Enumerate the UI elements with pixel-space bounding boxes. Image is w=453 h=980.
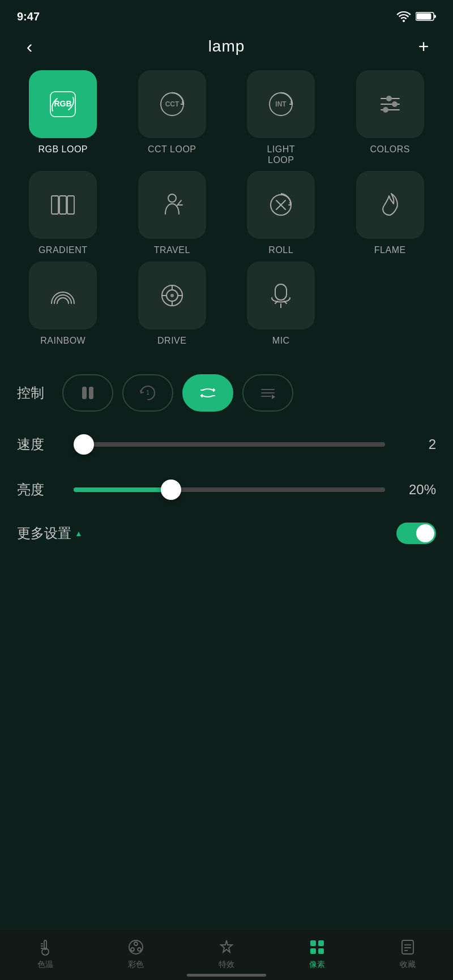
speed-value: 2 xyxy=(396,436,436,452)
colors-label: COLORS xyxy=(370,144,410,155)
color-palette-icon xyxy=(126,937,146,957)
status-bar: 9:47 xyxy=(0,0,453,28)
controls-label: 控制 xyxy=(17,384,62,402)
rainbow-icon xyxy=(46,279,80,313)
roll-icon-bg xyxy=(247,171,315,239)
more-settings-toggle[interactable] xyxy=(396,523,436,544)
svg-rect-48 xyxy=(402,940,413,954)
back-button[interactable]: ‹ xyxy=(17,34,42,59)
svg-point-42 xyxy=(131,948,134,951)
svg-point-25 xyxy=(170,294,174,297)
gradient-icon-bg xyxy=(29,171,97,239)
speed-label: 速度 xyxy=(17,435,62,453)
color-temp-icon xyxy=(35,937,55,957)
loop-one-icon: 1 xyxy=(138,383,157,403)
more-settings-label[interactable]: 更多设置 ▲ xyxy=(17,524,83,542)
pause-button[interactable] xyxy=(62,374,113,412)
svg-rect-16 xyxy=(67,196,74,214)
svg-point-17 xyxy=(168,194,176,202)
main-content: ‹ lamp + RGB RGB LOOP CCT xyxy=(0,28,453,612)
speed-track xyxy=(74,442,385,447)
mode-item-gradient[interactable]: GRADIENT xyxy=(11,171,115,255)
svg-point-13 xyxy=(383,107,388,113)
mode-item-flame[interactable]: FLAME xyxy=(339,171,442,255)
light-loop-icon: INT xyxy=(264,87,298,121)
status-icons xyxy=(396,11,436,22)
speed-slider-container[interactable] xyxy=(74,432,385,457)
favorites-icon xyxy=(398,937,418,957)
nav-effects[interactable]: 特效 xyxy=(181,937,272,970)
mode-item-drive[interactable]: DRIVE xyxy=(121,262,224,346)
mode-item-travel[interactable]: TRAVEL xyxy=(121,171,224,255)
svg-point-9 xyxy=(386,96,392,101)
rgb-icon: RGB xyxy=(46,87,80,121)
brightness-slider-container[interactable] xyxy=(74,477,385,502)
playlist-icon xyxy=(258,383,277,403)
rgb-loop-label: RGB LOOP xyxy=(38,144,88,155)
roll-label: ROLL xyxy=(268,245,293,255)
nav-color-temp[interactable]: 色温 xyxy=(0,937,91,970)
rgb-loop-icon-bg: RGB xyxy=(29,70,97,138)
flame-icon xyxy=(373,188,407,222)
brightness-value: 20% xyxy=(396,482,436,498)
battery-icon xyxy=(416,11,436,22)
colors-icon xyxy=(373,87,407,121)
playback-control-row: 控制 1 xyxy=(17,374,436,412)
home-indicator xyxy=(187,974,266,977)
mode-item-colors[interactable]: COLORS xyxy=(339,70,442,165)
cct-icon: CCT xyxy=(155,87,189,121)
roll-icon xyxy=(264,188,298,222)
bottom-nav: 色温 彩色 特效 像素 xyxy=(0,929,453,980)
wifi-icon xyxy=(396,11,411,22)
more-settings-arrow: ▲ xyxy=(75,529,83,538)
playlist-button[interactable] xyxy=(242,374,293,412)
svg-point-41 xyxy=(134,942,138,945)
svg-text:INT: INT xyxy=(276,100,287,108)
svg-rect-14 xyxy=(52,196,58,214)
mode-item-cct-loop[interactable]: CCT CCT LOOP xyxy=(121,70,224,165)
svg-rect-47 xyxy=(318,948,324,954)
drive-icon xyxy=(155,279,189,313)
nav-color-temp-label: 色温 xyxy=(37,960,53,970)
pause-icon xyxy=(78,383,97,403)
svg-text:1: 1 xyxy=(146,390,149,396)
drive-label: DRIVE xyxy=(157,335,186,346)
svg-rect-45 xyxy=(318,940,324,946)
status-time: 9:47 xyxy=(17,10,40,23)
mic-icon-bg xyxy=(247,262,315,329)
controls-section: 控制 1 xyxy=(0,357,453,544)
speed-thumb[interactable] xyxy=(74,434,94,455)
svg-marker-34 xyxy=(272,395,275,399)
svg-rect-28 xyxy=(83,387,86,399)
nav-color[interactable]: 彩色 xyxy=(91,937,181,970)
light-loop-label: LIGHT LOOP xyxy=(267,144,295,165)
speed-row: 速度 2 xyxy=(17,432,436,457)
brightness-thumb[interactable] xyxy=(161,480,181,500)
mode-item-light-loop[interactable]: INT LIGHT LOOP xyxy=(229,70,333,165)
svg-rect-46 xyxy=(310,948,316,954)
gradient-icon xyxy=(46,188,80,222)
loop-all-icon xyxy=(198,383,217,403)
mode-item-mic[interactable]: MIC xyxy=(229,262,333,346)
playback-buttons: 1 xyxy=(62,374,436,412)
nav-pixel[interactable]: 像素 xyxy=(272,937,362,970)
travel-label: TRAVEL xyxy=(154,245,190,255)
svg-rect-15 xyxy=(59,196,66,214)
rainbow-icon-bg xyxy=(29,262,97,329)
mode-item-rgb-loop[interactable]: RGB RGB LOOP xyxy=(11,70,115,165)
nav-favorites[interactable]: 收藏 xyxy=(362,937,453,970)
mode-item-roll[interactable]: ROLL xyxy=(229,171,333,255)
loop-all-button[interactable] xyxy=(182,374,233,412)
rainbow-label: RAINBOW xyxy=(40,335,86,346)
flame-icon-bg xyxy=(356,171,424,239)
brightness-track xyxy=(74,487,385,492)
header: ‹ lamp + xyxy=(0,28,453,70)
add-button[interactable]: + xyxy=(411,34,436,59)
page-title: lamp xyxy=(208,37,245,55)
cct-loop-icon-bg: CCT xyxy=(138,70,206,138)
loop-one-button[interactable]: 1 xyxy=(122,374,173,412)
svg-point-43 xyxy=(138,948,141,951)
toggle-knob xyxy=(416,524,434,542)
svg-text:RGB: RGB xyxy=(54,99,72,108)
mode-item-rainbow[interactable]: RAINBOW xyxy=(11,262,115,346)
